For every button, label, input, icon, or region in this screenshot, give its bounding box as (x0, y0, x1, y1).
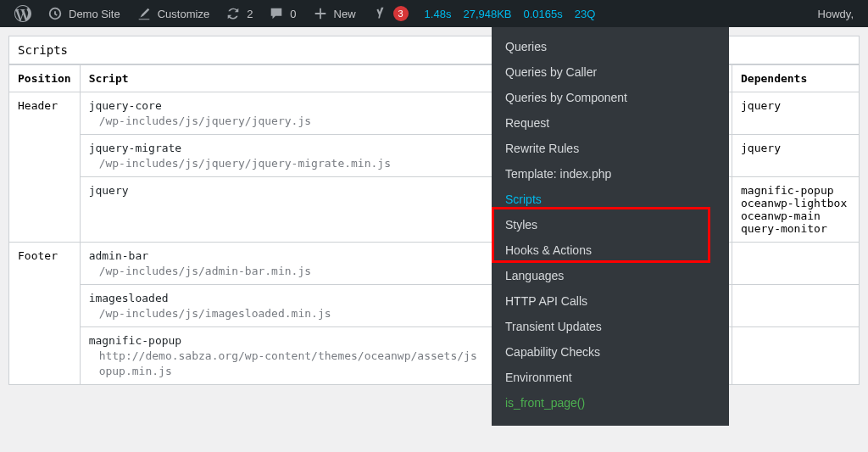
table-row: imagesloaded/wp-includes/js/imagesloaded… (9, 285, 860, 327)
dependents-cell (732, 285, 860, 327)
comments-link[interactable]: 0 (260, 0, 303, 27)
dropdown-item-http-api-calls[interactable]: HTTP API Calls (492, 288, 729, 314)
stat-time: 1.48s (425, 8, 452, 20)
comment-icon (268, 5, 285, 22)
new-content-menu[interactable]: New (304, 0, 364, 27)
yoast-badge: 3 (393, 6, 409, 21)
script-name: admin-bar (89, 249, 148, 262)
query-monitor-dropdown: QueriesQueries by CallerQueries by Compo… (492, 27, 729, 426)
script-name: jquery-migrate (89, 142, 182, 154)
dropdown-item-capability-checks[interactable]: Capability Checks (492, 339, 729, 365)
dropdown-item-queries-by-component[interactable]: Queries by Component (492, 85, 729, 110)
yoast-icon (371, 5, 388, 22)
brush-icon (136, 5, 153, 22)
yoast-menu[interactable]: 3 (364, 0, 416, 27)
new-label: New (334, 8, 356, 20)
admin-bar-right: Howdy, (810, 0, 861, 27)
position-cell: Footer (9, 243, 81, 385)
table-row: Footeradmin-bar/wp-includes/js/admin-bar… (9, 243, 860, 285)
customize-label: Customize (158, 8, 209, 20)
site-name-label: Demo Site (69, 8, 120, 20)
dependents-cell: magnific-popupoceanwp-lightboxoceanwp-ma… (732, 177, 860, 243)
refresh-icon (225, 5, 242, 22)
dropdown-item-rewrite-rules[interactable]: Rewrite Rules (492, 136, 729, 161)
stat-queries: 23Q (575, 8, 596, 20)
dropdown-item-environment[interactable]: Environment (492, 365, 729, 390)
dropdown-item-queries-by-caller[interactable]: Queries by Caller (492, 59, 729, 85)
dependent-item: query-monitor (741, 222, 850, 235)
dependent-item: jquery (741, 99, 850, 112)
dependent-item: jquery (741, 142, 850, 154)
wordpress-icon (14, 5, 31, 22)
dropdown-item-transient-updates[interactable]: Transient Updates (492, 314, 729, 339)
stat-memory: 27,948KB (463, 8, 511, 20)
wordpress-menu[interactable] (7, 0, 39, 27)
panel-title: Scripts (8, 36, 860, 64)
dropdown-item-template-index-php[interactable]: Template: index.php (492, 161, 729, 187)
content-area: Scripts Position Script Dependents Heade… (0, 27, 868, 393)
dependents-cell (732, 327, 860, 385)
comments-count: 0 (290, 8, 296, 20)
table-row: jquerymagnific-popupoceanwp-lightboxocea… (9, 177, 860, 243)
dropdown-item-queries[interactable]: Queries (492, 34, 729, 59)
plus-icon (312, 5, 329, 22)
dashboard-icon (47, 5, 64, 22)
admin-bar: Demo Site Customize 2 0 New (0, 0, 868, 27)
table-row: jquery-migrate/wp-includes/js/jquery/jqu… (9, 135, 860, 177)
scripts-table: Position Script Dependents Headerjquery-… (8, 64, 860, 385)
dependent-item: oceanwp-main (741, 209, 850, 222)
query-monitor-stats[interactable]: 1.48s 27,948KB 0.0165s 23Q (416, 8, 604, 20)
dropdown-item-is-front-page-[interactable]: is_front_page() (492, 390, 729, 416)
position-cell: Header (9, 92, 81, 243)
customize-link[interactable]: Customize (128, 0, 217, 27)
table-row: Headerjquery-core/wp-includes/js/jquery/… (9, 92, 860, 135)
dropdown-item-scripts[interactable]: Scripts (492, 187, 729, 212)
table-row: magnific-popuphttp://demo.sabza.org/wp-c… (9, 327, 860, 385)
dropdown-item-hooks-actions[interactable]: Hooks & Actions (492, 237, 729, 263)
col-position-header: Position (9, 65, 81, 92)
script-name: jquery-core (89, 99, 162, 112)
admin-bar-left: Demo Site Customize 2 0 New (7, 0, 810, 27)
dropdown-item-styles[interactable]: Styles (492, 212, 729, 237)
dependent-item: oceanwp-lightbox (741, 197, 850, 209)
dropdown-item-languages[interactable]: Languages (492, 263, 729, 288)
dependents-cell: jquery (732, 135, 860, 177)
howdy-menu[interactable]: Howdy, (810, 0, 861, 27)
site-name-menu[interactable]: Demo Site (39, 0, 128, 27)
col-dependents-header: Dependents (732, 65, 860, 92)
dependents-cell: jquery (732, 92, 860, 135)
dependent-item: magnific-popup (741, 184, 850, 197)
howdy-label: Howdy, (818, 8, 854, 20)
script-name: imagesloaded (89, 292, 169, 304)
script-name: magnific-popup (89, 334, 182, 347)
dropdown-item-request[interactable]: Request (492, 110, 729, 136)
updates-count: 2 (247, 8, 253, 20)
stat-db-time: 0.0165s (524, 8, 563, 20)
dependents-cell (732, 243, 860, 285)
script-name: jquery (89, 184, 129, 197)
updates-link[interactable]: 2 (217, 0, 260, 27)
